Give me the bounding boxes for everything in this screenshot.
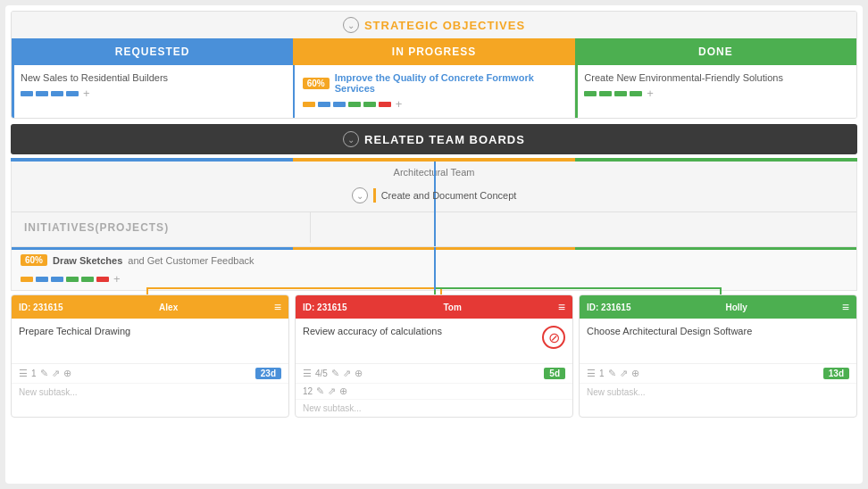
task-card-3-menu[interactable]: ≡: [842, 300, 849, 314]
task2-new-subtask[interactable]: New subtask...: [296, 399, 572, 417]
task-card-3-header: ID: 231615 Holly ≡: [580, 295, 856, 319]
team-boards-title: RELATED TEAM BOARDS: [364, 133, 525, 146]
task2-subtask-icon[interactable]: ✎: [316, 385, 324, 397]
dot: [51, 91, 63, 96]
add-done-button[interactable]: +: [647, 87, 654, 100]
dot: [630, 91, 642, 96]
blocked-icon: ⊘: [542, 326, 565, 349]
task-card-3-title: Choose Architectural Design Software: [587, 326, 849, 351]
inprogress-badge: 60%: [303, 78, 330, 89]
task-card-1-assignee: Alex: [159, 303, 178, 312]
task2-attach2-icon[interactable]: ⊕: [339, 385, 347, 397]
dot: [66, 91, 79, 96]
task1-duration: 23d: [255, 368, 281, 379]
task1-attach-icon[interactable]: ⊕: [63, 368, 71, 379]
task-card-2-header: ID: 231615 Tom ≡: [296, 295, 572, 319]
task-card-1-title: Prepare Techical Drawing: [19, 326, 281, 351]
dot: [614, 91, 627, 96]
sdot: [51, 277, 63, 282]
add-requested-button[interactable]: +: [83, 87, 90, 100]
concept-text: Create and Document Concept: [381, 190, 517, 201]
add-sketches-button[interactable]: +: [113, 272, 121, 286]
dot: [318, 102, 330, 107]
task-card-1-meta: ☰ 1 ✎ ⇗ ⊕ 23d: [12, 363, 288, 383]
team-boards-section: ⌄ RELATED TEAM BOARDS: [11, 124, 857, 154]
requested-dots: +: [21, 87, 284, 100]
task-card-2-title-row: Review accuracy of calculations ⊘: [303, 326, 565, 356]
done-card-text: Create New Environmental-Friendly Soluti…: [584, 72, 847, 83]
task-card-1-actions: ☰ 1 ✎ ⇗ ⊕: [19, 368, 71, 379]
page: ⌄ STRATEGIC OBJECTIVES REQUESTED IN PROG…: [0, 0, 868, 489]
task-card-3-meta: ☰ 1 ✎ ⇗ ⊕ 13d: [580, 363, 856, 383]
team-content: Architectural Team ⌄ Create and Document…: [11, 162, 857, 247]
task3-link-icon[interactable]: ⇗: [620, 368, 628, 379]
sketches-dots-row: +: [12, 270, 856, 290]
task2-list-icon[interactable]: ☰: [303, 368, 312, 379]
task-card-2-meta: ☰ 4/5 ✎ ⇗ ⊕ 5d: [296, 363, 572, 383]
task1-link-icon[interactable]: ⇗: [52, 368, 60, 379]
add-inprogress-button[interactable]: +: [396, 97, 403, 111]
dot: [333, 102, 346, 107]
task2-count: 4/5: [315, 369, 328, 378]
dot: [303, 102, 315, 107]
task1-count: 1: [31, 369, 37, 378]
kanban-header-inprogress: IN PROGRESS: [293, 38, 574, 65]
inprogress-card: 60% Improve the Quality of Concrete Form…: [294, 65, 576, 118]
task-card-2-title: Review accuracy of calculations: [303, 326, 537, 351]
task3-new-subtask[interactable]: New subtask...: [580, 383, 856, 401]
sketches-rest-text: and Get Customer Feedback: [128, 255, 254, 266]
task3-duration: 13d: [823, 368, 849, 379]
task-card-1-body: Prepare Techical Drawing: [12, 319, 288, 363]
task1-edit-icon[interactable]: ✎: [40, 368, 48, 379]
requested-card: New Sales to Residential Builders +: [12, 65, 294, 118]
inprogress-dots: +: [303, 97, 566, 111]
dot: [363, 102, 376, 107]
sdot: [96, 277, 109, 282]
task2-edit-icon[interactable]: ✎: [331, 368, 339, 379]
inprogress-card-text: Improve the Quality of Concrete Formwork…: [335, 72, 566, 94]
initiatives-right: [311, 211, 856, 243]
requested-card-text: New Sales to Residential Builders: [21, 72, 284, 83]
task-card-1: ID: 231615 Alex ≡ Prepare Techical Drawi…: [11, 294, 289, 418]
dot: [348, 102, 361, 107]
sdot: [36, 277, 48, 282]
task2-duration: 5d: [544, 368, 565, 379]
kanban-header-requested: REQUESTED: [12, 38, 293, 65]
sdot: [81, 277, 94, 282]
dot: [21, 91, 33, 96]
task3-edit-icon[interactable]: ✎: [608, 368, 616, 379]
task-card-2-assignee: Tom: [443, 303, 461, 312]
task-card-3-body: Choose Architectural Design Software: [580, 319, 856, 363]
task-card-1-header: ID: 231615 Alex ≡: [12, 295, 288, 319]
task-card-2: ID: 231615 Tom ≡ Review accuracy of calc…: [295, 294, 573, 418]
task-card-2-menu[interactable]: ≡: [558, 300, 565, 314]
task3-list-icon[interactable]: ☰: [587, 368, 596, 379]
dot: [584, 91, 597, 96]
initiatives-title: INITIATIVES(PROJECTS): [24, 221, 297, 234]
task-card-3-id: ID: 231615: [587, 303, 630, 312]
initiatives-panel: INITIATIVES(PROJECTS): [12, 211, 311, 243]
strategic-objectives-chevron[interactable]: ⌄: [343, 17, 359, 33]
task2-link-icon[interactable]: ⇗: [343, 368, 351, 379]
concept-chevron[interactable]: ⌄: [352, 187, 368, 203]
task-card-1-menu[interactable]: ≡: [274, 300, 281, 314]
task3-attach-icon[interactable]: ⊕: [631, 368, 639, 379]
dot: [599, 91, 612, 96]
task-cards-area: ID: 231615 Alex ≡ Prepare Techical Drawi…: [11, 294, 857, 418]
sketches-area: 60% Draw Sketches and Get Customer Feedb…: [11, 247, 857, 291]
sdot: [66, 277, 79, 282]
task-card-1-id: ID: 231615: [19, 303, 63, 312]
sketches-badge: 60%: [21, 254, 47, 266]
task2-subtask-count: 12: [303, 386, 313, 396]
strategic-objectives-section: ⌄ STRATEGIC OBJECTIVES REQUESTED IN PROG…: [11, 11, 857, 119]
team-boards-chevron[interactable]: ⌄: [343, 131, 359, 147]
task-card-3-actions: ☰ 1 ✎ ⇗ ⊕: [587, 368, 639, 379]
task2-attach-icon[interactable]: ⊕: [355, 368, 363, 379]
task-card-3: ID: 231615 Holly ≡ Choose Architectural …: [579, 294, 857, 418]
task1-list-icon[interactable]: ☰: [19, 368, 28, 379]
done-dots: +: [584, 87, 847, 100]
task2-link2-icon[interactable]: ⇗: [328, 385, 336, 397]
task3-count: 1: [599, 369, 605, 378]
dot: [379, 102, 391, 107]
task1-new-subtask[interactable]: New subtask...: [12, 383, 288, 401]
